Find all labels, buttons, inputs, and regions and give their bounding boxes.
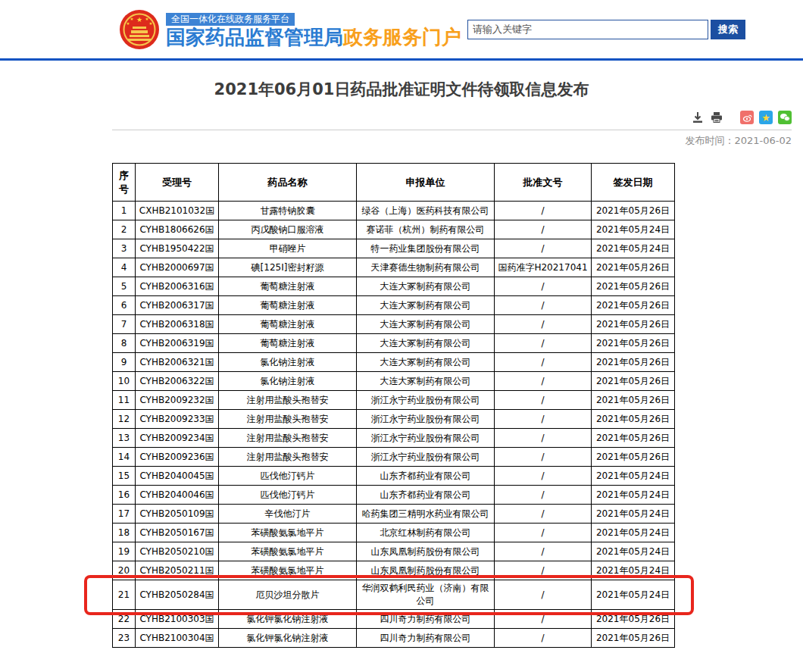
svg-text:★: ★ [149,21,153,26]
table-cell: 苯磺酸氨氯地平片 [219,542,357,561]
table-cell: 甲硝唑片 [219,239,357,258]
table-cell: 2021年05月24日 [592,580,675,610]
table-row: 5CYHB2006316国葡萄糖注射液大连大冢制药有限公司/2021年05月26… [113,277,675,296]
qzone-share-icon[interactable]: ★ [759,111,773,124]
platform-badge: 全国一体化在线政务服务平台 [166,13,295,26]
table-cell: CYHB2006322国 [136,372,219,391]
table-cell: / [495,561,592,580]
table-head-row: 序号受理号药品名称申报单位批准文号签发日期 [113,164,675,202]
table-cell: CYHB2050210国 [136,542,219,561]
site-logo-link[interactable]: ★ ★ ★ ★ ★ 全国一体化在线政务服务平台 国家药品监督管理局政务服务门户 [120,10,461,49]
table-cell: CYHB2040045国 [136,467,219,486]
table-cell: 23 [113,629,136,648]
table-cell: 厄贝沙坦分散片 [219,580,357,610]
table-row: 16CYHB2040046国匹伐他汀钙片山东齐都药业有限公司/2021年05月2… [113,486,675,505]
table-cell: CYHB2006317国 [136,296,219,315]
table-cell: CYHB2009236国 [136,448,219,467]
table-row: 12CYHB2009233国注射用盐酸头孢替安浙江永宁药业股份有限公司/2021… [113,410,675,429]
table-cell: 山东齐都药业有限公司 [357,467,495,486]
table-cell: 辛伐他汀片 [219,505,357,524]
table-cell: 山东凤凰制药股份有限公司 [357,542,495,561]
table-cell: CYHB2000697国 [136,258,219,277]
table-cell: 15 [113,467,136,486]
table-cell: 21 [113,580,136,610]
table-cell: / [495,410,592,429]
table-cell: 6 [113,296,136,315]
table-row: 4CYHB2000697国碘[125I]密封籽源天津赛德生物制药有限公司国药准字… [113,258,675,277]
table-cell: 注射用盐酸头孢替安 [219,448,357,467]
table-cell: 浙江永宁药业股份有限公司 [357,391,495,410]
table-cell: / [495,580,592,610]
page-title: 2021年06月01日药品批准证明文件待领取信息发布 [0,79,803,100]
table-cell: 大连大冢制药有限公司 [357,277,495,296]
table-cell: 2021年05月26日 [592,353,675,372]
table-cell: 山东齐都药业有限公司 [357,486,495,505]
svg-text:★: ★ [127,21,130,26]
table-cell: 2021年05月24日 [592,561,675,580]
table-cell: 赛诺菲（杭州）制药有限公司 [357,220,495,239]
table-cell: CYHB1950422国 [136,239,219,258]
table-cell: CYHB2100304国 [136,629,219,648]
table-cell: 大连大冢制药有限公司 [357,353,495,372]
search-input[interactable] [467,20,708,39]
column-header-0: 序号 [113,164,136,202]
table-row: 22CYHB2100303国氯化钾氯化钠注射液四川奇力制药有限公司/2021年0… [113,610,675,629]
table-cell: 16 [113,486,136,505]
table-cell: 葡萄糖注射液 [219,315,357,334]
table-cell: 葡萄糖注射液 [219,296,357,315]
table-cell: 华润双鹤利民药业（济南）有限公司 [357,580,495,610]
table-cell: CYHB1806626国 [136,220,219,239]
table-cell: 大连大冢制药有限公司 [357,334,495,353]
table-row: 18CYHB2050167国苯磺酸氨氯地平片北京红林制药有限公司/2021年05… [113,524,675,542]
table-cell: CYHB2050284国 [136,580,219,610]
table-cell: 5 [113,277,136,296]
table-cell: 7 [113,315,136,334]
table-cell: 11 [113,391,136,410]
table-row: 17CYHB2050109国辛伐他汀片哈药集团三精明水药业有限公司/2021年0… [113,505,675,524]
table-cell: 2021年05月24日 [592,467,675,486]
table-row: 14CYHB2009236国注射用盐酸头孢替安浙江永宁药业股份有限公司/2021… [113,448,675,467]
table-cell: 氯化钾氯化钠注射液 [219,610,357,629]
table-row: 21CYHB2050284国厄贝沙坦分散片华润双鹤利民药业（济南）有限公司/20… [113,580,675,610]
table-cell: 四川奇力制药有限公司 [357,629,495,648]
table-cell: / [495,391,592,410]
table-cell: CYHB2009233国 [136,410,219,429]
table-cell: 氯化钠注射液 [219,353,357,372]
column-header-5: 签发日期 [592,164,675,202]
svg-text:★: ★ [136,16,142,23]
table-cell: CYHB2009232国 [136,391,219,410]
table-cell: 苯磺酸氨氯地平片 [219,561,357,580]
publish-time: 发布时间：2021-06-02 [0,134,792,148]
table-cell: 2021年05月24日 [592,239,675,258]
column-header-4: 批准文号 [495,164,592,202]
table-cell: 注射用盐酸头孢替安 [219,429,357,448]
table-cell: 匹伐他汀钙片 [219,486,357,505]
search-button[interactable]: 搜索 [711,20,745,39]
table-cell: 2021年05月26日 [592,315,675,334]
table-cell: CYHB2050211国 [136,561,219,580]
table-row: 20CYHB2050211国苯磺酸氨氯地平片山东凤凰制药股份有限公司/2021年… [113,561,675,580]
table-cell: CXHB2101032国 [136,202,219,220]
table-cell: CYHB2006321国 [136,353,219,372]
table-cell: 2021年05月26日 [592,202,675,220]
table-cell: / [495,467,592,486]
table-cell: CYHB2050167国 [136,524,219,542]
weibo-share-icon[interactable] [740,111,754,124]
table-cell: 2021年05月26日 [592,372,675,391]
table-cell: / [495,315,592,334]
table-row: 10CYHB2006322国氯化钠注射液大连大冢制药有限公司/2021年05月2… [113,372,675,391]
download-icon[interactable] [691,111,705,124]
table-cell: 2021年05月24日 [592,220,675,239]
table-cell: 2021年05月26日 [592,610,675,629]
table-cell: 氯化钠注射液 [219,372,357,391]
table-cell: / [495,505,592,524]
table-cell: 葡萄糖注射液 [219,277,357,296]
table-cell: 天津赛德生物制药有限公司 [357,258,495,277]
table-row: 6CYHB2006317国葡萄糖注射液大连大冢制药有限公司/2021年05月26… [113,296,675,315]
wechat-share-icon[interactable] [778,111,792,124]
table-cell: 北京红林制药有限公司 [357,524,495,542]
print-icon[interactable] [710,111,723,124]
table-cell: 国药准字H20217041 [495,258,592,277]
table-cell: 苯磺酸氨氯地平片 [219,524,357,542]
table-cell: 4 [113,258,136,277]
